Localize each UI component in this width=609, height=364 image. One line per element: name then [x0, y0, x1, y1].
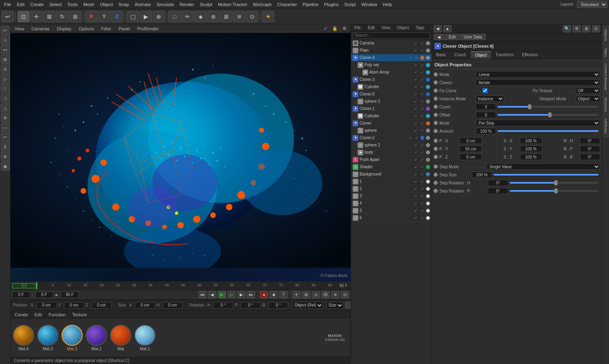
- obj-render-6[interactable]: ✓: [419, 216, 425, 220]
- obj-5[interactable]: □ 5 ✓ ✓: [351, 207, 432, 214]
- mat-edit-tab[interactable]: Edit: [33, 311, 44, 318]
- obj-vis-c1[interactable]: ✓: [413, 106, 419, 111]
- vp-panel-tab[interactable]: Panel: [117, 25, 132, 32]
- z-axis-btn[interactable]: Z: [111, 11, 123, 22]
- vp-view-tab[interactable]: View: [13, 25, 26, 32]
- tab-transform[interactable]: Transform: [491, 51, 518, 59]
- props-multi-btn[interactable]: ⊡: [592, 25, 600, 32]
- rs-content-tab[interactable]: Content Browser: [603, 61, 609, 93]
- obj-vis-2[interactable]: ✓: [413, 186, 419, 191]
- rot-p-input[interactable]: [241, 302, 261, 309]
- undo-button[interactable]: ↩: [2, 11, 14, 22]
- vp-display-tab[interactable]: Display: [55, 25, 73, 32]
- menu-create[interactable]: Create: [28, 1, 46, 8]
- ls-btn-13[interactable]: $: [1, 142, 10, 151]
- step-mode-select[interactable]: Single Value: [487, 163, 600, 170]
- obj-push-apart[interactable]: ⊻ Push Apart ✓ ✓: [351, 156, 432, 163]
- ls-btn-10[interactable]: ⊕: [1, 113, 10, 122]
- render-view-btn[interactable]: ▢: [127, 11, 139, 22]
- count-slider-handle[interactable]: [528, 104, 531, 109]
- obj-render-cl[interactable]: ✓: [419, 121, 425, 126]
- obj-vis-body[interactable]: ✓: [413, 150, 419, 155]
- step-rot-h-slider[interactable]: [510, 182, 598, 184]
- obj-render-camera[interactable]: ✓: [419, 41, 425, 46]
- fix-texture-select[interactable]: Off: [576, 87, 600, 94]
- grid-btn[interactable]: ⊞: [220, 11, 232, 22]
- obj-vis-plain[interactable]: ✓: [413, 48, 419, 53]
- count-slider[interactable]: [498, 106, 598, 108]
- menu-character[interactable]: Character: [275, 1, 299, 8]
- obj-render-1[interactable]: ✓: [419, 179, 425, 184]
- obj-4[interactable]: □ 4 ✓ ✓: [351, 200, 432, 207]
- props-back-btn[interactable]: ◀: [434, 25, 442, 32]
- obj-tab-file[interactable]: File: [351, 24, 364, 31]
- ls-btn-7[interactable]: □: [1, 84, 10, 93]
- obj-cloner4[interactable]: ✦ Cloner.4 ✓ ✓: [351, 54, 432, 61]
- mat-ball-3[interactable]: [37, 325, 58, 346]
- obj-render-polynet[interactable]: ✓: [419, 63, 425, 68]
- menu-mograph[interactable]: MoGraph: [251, 1, 274, 8]
- rs-attributes-tab[interactable]: Attributes: [603, 116, 609, 137]
- obj-2[interactable]: □ 2 ✓ ✓: [351, 185, 432, 193]
- mode-dot[interactable]: [434, 72, 438, 76]
- pos-x-input[interactable]: [36, 302, 57, 309]
- obj-render-c3[interactable]: ✓: [419, 77, 425, 82]
- offset-input[interactable]: [476, 112, 496, 118]
- material-slot-3[interactable]: Mat.3: [37, 325, 58, 351]
- py-input[interactable]: [460, 146, 482, 152]
- curves-btn[interactable]: ⊡: [341, 291, 349, 298]
- mat-ball-1[interactable]: [134, 325, 155, 346]
- obj-vis-cyl3[interactable]: ✓: [413, 85, 419, 89]
- vp-prorender-tab[interactable]: ProRender: [136, 25, 160, 32]
- obj-render-cyl1[interactable]: ✓: [419, 114, 425, 119]
- move-button[interactable]: ✛: [30, 11, 43, 22]
- obj-sphere2-c2[interactable]: ○ sphere 2 ✓ ✓: [351, 142, 432, 149]
- pos-z-input[interactable]: [92, 302, 112, 309]
- step-size-dot[interactable]: [434, 173, 438, 177]
- play-fwd-btn[interactable]: ▶: [218, 291, 226, 298]
- start-frame-input[interactable]: [35, 292, 53, 298]
- rs-objects-tab[interactable]: Objects: [603, 26, 609, 44]
- obj-render-shader[interactable]: ✓: [419, 165, 425, 169]
- obj-cyl3[interactable]: ⬜ Cylinder ✓ ✓: [351, 83, 432, 91]
- menu-file[interactable]: File: [2, 1, 14, 8]
- mode-step-dot[interactable]: [434, 121, 438, 125]
- offset-dot[interactable]: [434, 113, 438, 117]
- menu-help[interactable]: Help: [381, 1, 395, 8]
- obj-atom-array[interactable]: ⊕ Atom Array ✓ ✓: [351, 69, 432, 76]
- rb-input[interactable]: [580, 154, 600, 160]
- props-search-btn[interactable]: 🔍: [563, 25, 571, 32]
- ls-btn-11[interactable]: —: [1, 123, 10, 132]
- obj-vis-camera[interactable]: ✓: [413, 41, 419, 46]
- menu-plugins[interactable]: Plugins: [322, 1, 341, 8]
- px-input[interactable]: [460, 138, 482, 144]
- obj-render-c2[interactable]: ✓: [414, 135, 419, 140]
- props-lock-btn[interactable]: ⊞: [582, 25, 590, 32]
- obj-render-cyl3[interactable]: ✓: [419, 85, 425, 89]
- mat-ball-2[interactable]: [86, 325, 107, 346]
- obj-render-bg[interactable]: ✓: [419, 172, 425, 177]
- fix-clone-dot[interactable]: [434, 89, 438, 93]
- obj-render-pa[interactable]: ✓: [419, 157, 425, 162]
- amount-slider[interactable]: [498, 130, 598, 132]
- obj-vis-4[interactable]: ✓: [413, 201, 419, 206]
- obj-vis-s2c2[interactable]: ✓: [413, 143, 419, 148]
- step-rot-p-handle[interactable]: [554, 188, 558, 193]
- size-x-input[interactable]: [135, 302, 155, 309]
- autokey-btn[interactable]: ⊙: [312, 291, 320, 298]
- render-btn[interactable]: ▶: [140, 11, 152, 22]
- menu-edit[interactable]: Edit: [15, 1, 27, 8]
- step-rot-h-input[interactable]: [488, 180, 508, 186]
- rs-structure-tab[interactable]: Structure: [603, 94, 609, 115]
- obj-render-4[interactable]: ✓: [419, 201, 425, 206]
- rotate-button[interactable]: ↻: [56, 11, 68, 22]
- fix-clone-checkbox[interactable]: [483, 88, 488, 93]
- mode-btn[interactable]: ◀: [434, 34, 444, 40]
- ls-btn-15[interactable]: ◉: [1, 162, 10, 171]
- vp-cameras-tab[interactable]: Cameras: [30, 25, 51, 32]
- obj-render-c1[interactable]: ✓: [419, 106, 425, 111]
- material-slot-default[interactable]: Mat: [110, 325, 131, 351]
- mode-select[interactable]: Linear: [476, 71, 600, 78]
- obj-tab-view[interactable]: View: [378, 24, 394, 31]
- obj-cloner1[interactable]: ✦ Cloner.1 ✓ ✓: [351, 105, 432, 112]
